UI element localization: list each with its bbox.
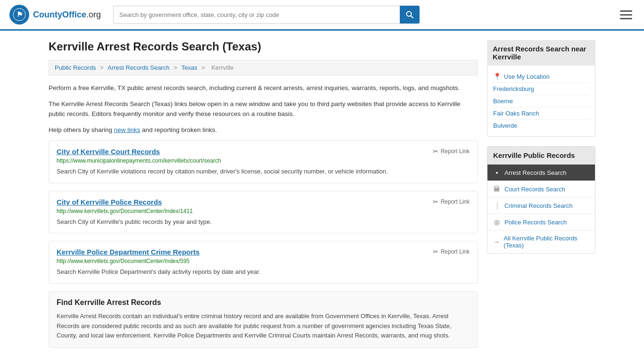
nav-icon-all: → (493, 238, 500, 246)
result-desc-1: Search City of Kerrville violations reco… (57, 167, 470, 176)
find-section-title: Find Kerrville Arrest Records (57, 298, 470, 307)
report-link-3[interactable]: ✂ Report Link (433, 248, 470, 255)
nav-item-police-records[interactable]: ◎ Police Records Search (487, 214, 595, 230)
breadcrumb-sep-3: > (201, 64, 206, 71)
nav-icon-arrest: ▪ (493, 169, 501, 176)
nav-icon-court: 🏛 (493, 185, 501, 193)
result-url-2[interactable]: http://www.kerrvilletx.gov/DocumentCente… (57, 208, 470, 214)
sidebar-nearby-heading: Arrest Records Search near Kerrville (487, 40, 595, 66)
use-location-label: Use My Location (504, 73, 550, 80)
logo-icon: ⚑ (9, 5, 29, 25)
nav-label-police: Police Records Search (504, 219, 567, 226)
logo-area: ⚑ CountyOffice.org (9, 5, 104, 25)
menu-line-1 (620, 10, 632, 12)
city-fredericksburg[interactable]: Fredericksburg (493, 83, 589, 95)
result-title-3[interactable]: Kerrville Police Department Crime Report… (57, 248, 199, 256)
nav-label-criminal: Criminal Records Search (504, 202, 573, 209)
nav-label-court: Court Records Search (504, 186, 565, 193)
city-fredericksburg-label: Fredericksburg (493, 85, 534, 92)
content-area: Kerrville Arrest Records Search (Texas) … (49, 40, 478, 348)
search-input[interactable] (113, 6, 400, 24)
logo-text: CountyOffice.org (33, 10, 101, 20)
result-header-2: City of Kerrville Police Records ✂ Repor… (57, 198, 470, 206)
intro-text-2: The Kerrville Arrest Records Search (Tex… (49, 99, 478, 119)
report-icon-2: ✂ (433, 198, 438, 206)
main-container: Kerrville Arrest Records Search (Texas) … (39, 31, 605, 357)
city-bulverde[interactable]: Bulverde (493, 120, 589, 132)
search-button[interactable] (400, 6, 420, 24)
result-desc-2: Search City of Kerrville's public record… (57, 217, 470, 227)
search-bar (113, 6, 420, 24)
new-links-link[interactable]: new links (114, 126, 140, 133)
sidebar-nav: Kerrville Public Records ▪ Arrest Record… (487, 146, 595, 254)
sidebar: Arrest Records Search near Kerrville 📍 U… (487, 40, 595, 348)
breadcrumb-sep-1: > (100, 64, 105, 71)
nav-icon-criminal: ❕ (493, 202, 501, 209)
report-link-2[interactable]: ✂ Report Link (433, 198, 470, 206)
find-section: Find Kerrville Arrest Records Kerrville … (49, 291, 478, 348)
breadcrumb-texas[interactable]: Texas (182, 64, 198, 71)
breadcrumb: Public Records > Arrest Records Search >… (49, 60, 478, 75)
nav-item-criminal-records[interactable]: ❕ Criminal Records Search (487, 197, 595, 214)
report-icon-1: ✂ (433, 148, 438, 155)
breadcrumb-public-records[interactable]: Public Records (55, 64, 96, 71)
intro-text-1: Perform a free Kerrville, TX public arre… (49, 83, 478, 93)
result-card-1: City of Kerrville Court Records ✂ Report… (49, 140, 478, 183)
svg-text:⚑: ⚑ (17, 10, 23, 18)
use-my-location[interactable]: 📍 Use My Location (493, 70, 589, 83)
result-title-1[interactable]: City of Kerrville Court Records (57, 148, 160, 156)
sidebar-nearby-section: Arrest Records Search near Kerrville 📍 U… (487, 40, 595, 137)
report-label-1: Report Link (441, 148, 470, 155)
nav-item-all-records[interactable]: → All Kerrville Public Records (Texas) (487, 230, 595, 253)
menu-line-2 (620, 14, 632, 16)
result-card-2: City of Kerrville Police Records ✂ Repor… (49, 191, 478, 234)
result-card-3: Kerrville Police Department Crime Report… (49, 241, 478, 284)
find-section-text: Kerrville Arrest Records contain an indi… (57, 312, 470, 341)
intro-text-3: Help others by sharing new links and rep… (49, 125, 478, 135)
sidebar-nav-heading: Kerrville Public Records (487, 147, 595, 164)
report-link-1[interactable]: ✂ Report Link (433, 148, 470, 155)
report-label-3: Report Link (441, 248, 470, 255)
report-icon-3: ✂ (433, 248, 438, 255)
menu-line-3 (620, 18, 632, 19)
page-title: Kerrville Arrest Records Search (Texas) (49, 40, 478, 53)
city-boerne[interactable]: Boerne (493, 95, 589, 107)
sidebar-public-records-section: Kerrville Public Records ▪ Arrest Record… (487, 146, 595, 254)
breadcrumb-kerrville: Kerrville (211, 64, 233, 71)
nav-label-all: All Kerrville Public Records (Texas) (504, 235, 589, 249)
report-label-2: Report Link (441, 198, 470, 205)
nav-label-arrest: Arrest Records Search (504, 169, 567, 176)
result-url-1[interactable]: https://www.municipalonlinepayments.com/… (57, 157, 470, 164)
sidebar-nearby-box: 📍 Use My Location Fredericksburg Boerne … (487, 66, 595, 137)
result-header-1: City of Kerrville Court Records ✂ Report… (57, 148, 470, 156)
nav-item-arrest-records[interactable]: ▪ Arrest Records Search (487, 164, 595, 181)
location-pin-icon: 📍 (493, 73, 501, 80)
svg-line-3 (411, 16, 413, 18)
nav-item-court-records[interactable]: 🏛 Court Records Search (487, 181, 595, 197)
nav-icon-police: ◎ (493, 218, 501, 226)
result-url-3[interactable]: http://www.kerrvilletx.gov/DocumentCente… (57, 258, 470, 264)
result-header-3: Kerrville Police Department Crime Report… (57, 248, 470, 256)
menu-button[interactable] (618, 8, 635, 22)
city-boerne-label: Boerne (493, 98, 513, 105)
result-desc-3: Search Kerrville Police Department's dai… (57, 267, 470, 277)
city-fair-oaks-ranch[interactable]: Fair Oaks Ranch (493, 107, 589, 120)
header: ⚑ CountyOffice.org (0, 0, 644, 31)
breadcrumb-sep-2: > (173, 64, 179, 71)
city-bulverde-label: Bulverde (493, 122, 517, 129)
city-fair-oaks-ranch-label: Fair Oaks Ranch (493, 110, 539, 117)
result-title-2[interactable]: City of Kerrville Police Records (57, 198, 162, 206)
breadcrumb-arrest-records[interactable]: Arrest Records Search (107, 64, 170, 71)
